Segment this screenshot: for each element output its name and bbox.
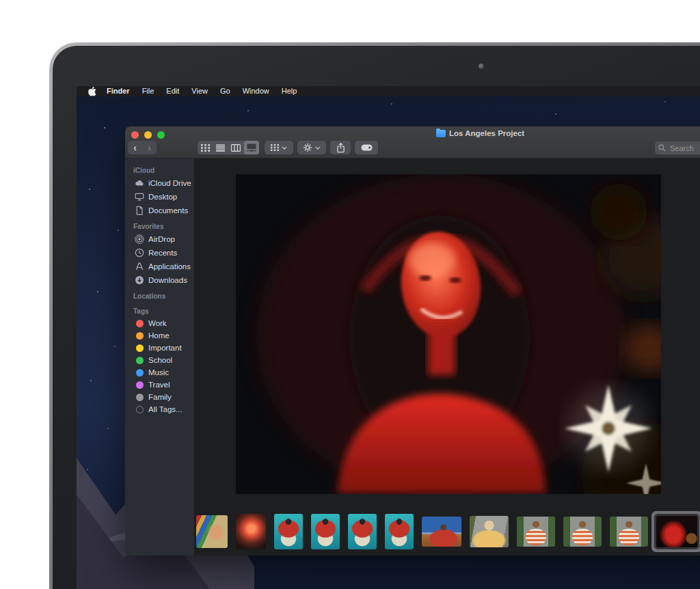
thumbnail-pool-swimmer-photo-1[interactable] — [274, 514, 303, 549]
sidebar-item-label: Desktop — [148, 193, 177, 201]
thumbnail-striped-shirt-portrait-2[interactable] — [563, 517, 602, 547]
screen: FinderFileEditViewGoWindowHelp Los Angel… — [77, 86, 700, 589]
tags-button[interactable] — [355, 141, 378, 154]
apple-menu-icon[interactable] — [88, 87, 96, 96]
sidebar-item-school[interactable]: School — [125, 354, 194, 366]
menu-edit[interactable]: Edit — [160, 86, 185, 96]
sidebar-item-icloud-drive[interactable]: iCloud Drive — [125, 176, 194, 190]
thumbnail-striped-shirt-portrait-1[interactable] — [517, 517, 555, 547]
share-button[interactable] — [330, 141, 351, 154]
search-field — [655, 141, 700, 154]
airdrop-icon — [135, 234, 144, 244]
laptop-bezel: FinderFileEditViewGoWindowHelp Los Angel… — [53, 46, 700, 589]
sidebar-item-desktop[interactable]: Desktop — [125, 190, 194, 204]
sidebar-item-recents[interactable]: Recents — [125, 246, 194, 260]
sidebar-item-label: Recents — [148, 249, 177, 257]
sidebar-item-documents[interactable]: Documents — [125, 204, 194, 217]
downloads-icon — [135, 275, 144, 285]
sidebar-item-label: Music — [148, 368, 169, 376]
search-input[interactable] — [669, 143, 700, 153]
tag-dot — [136, 332, 144, 340]
thumbnail-pool-swimmer-photo-3[interactable] — [348, 514, 377, 549]
tag-dot — [136, 344, 144, 352]
gear-icon — [303, 143, 312, 152]
view-mode-switcher — [198, 141, 259, 154]
chevron-down-icon — [282, 146, 287, 150]
sidebar-item-label: School — [148, 356, 172, 364]
sidebar-item-label: Work — [148, 319, 167, 327]
share-icon — [336, 143, 345, 153]
close-button[interactable] — [131, 131, 139, 139]
search-icon — [658, 144, 666, 152]
menu-items: FinderFileEditViewGoWindowHelp — [100, 86, 303, 96]
columns-icon — [231, 144, 241, 152]
grid-icon — [201, 144, 210, 152]
recents-icon — [135, 248, 144, 258]
sidebar-item-label: Applications — [148, 262, 191, 271]
sidebar-item-label: Home — [148, 331, 170, 340]
blue-folder-icon — [436, 130, 446, 137]
sidebar: iCloudiCloud DriveDesktopDocumentsFavori… — [125, 159, 195, 556]
thumbnail-desert-portrait[interactable] — [422, 517, 461, 547]
sidebar-item-label: Documents — [148, 206, 188, 215]
window-title-text: Los Angeles Project — [449, 129, 524, 137]
tag-dot — [136, 381, 144, 389]
sidebar-item-downloads[interactable]: Downloads — [125, 273, 194, 287]
photo-preview[interactable] — [236, 174, 661, 494]
menu-window[interactable]: Window — [237, 86, 275, 96]
menu-finder[interactable]: Finder — [100, 86, 136, 96]
thumbnail-man-portrait[interactable] — [470, 516, 509, 547]
traffic-lights — [131, 131, 165, 139]
thumbnail-red-light-portrait[interactable] — [656, 516, 697, 547]
sidebar-section-favorites: Favorites — [125, 217, 194, 232]
thumbnail-striped-shirt-portrait-3[interactable] — [610, 517, 648, 547]
sidebar-item-work[interactable]: Work — [125, 317, 194, 329]
column-view-button[interactable] — [228, 141, 244, 154]
gallery-content — [195, 159, 700, 556]
gallery-view-button[interactable] — [244, 141, 260, 154]
sidebar-section-icloud: iCloud — [125, 161, 194, 176]
title-bar[interactable]: Los Angeles Project ‹ › — [125, 126, 700, 159]
finder-window: Los Angeles Project ‹ › — [125, 126, 700, 556]
nav-buttons: ‹ › — [128, 141, 157, 154]
sidebar-item-label: All Tags... — [148, 405, 183, 413]
back-button[interactable]: ‹ — [128, 141, 142, 154]
window-title: Los Angeles Project — [436, 129, 524, 137]
thumbnail-pool-swimmer-photo-4[interactable] — [385, 514, 414, 549]
gallery-icon — [247, 143, 256, 152]
action-menu-button[interactable] — [297, 141, 326, 154]
menu-file[interactable]: File — [136, 86, 161, 96]
sidebar-item-label: Travel — [148, 381, 170, 389]
sidebar-item-label: AirDrop — [148, 235, 175, 243]
sidebar-item-important[interactable]: Important — [125, 342, 194, 354]
desktop-icon — [135, 192, 144, 202]
minimize-button[interactable] — [144, 131, 152, 139]
laptop-body: FinderFileEditViewGoWindowHelp Los Angel… — [49, 42, 700, 589]
menu-view[interactable]: View — [185, 86, 214, 96]
sidebar-item-label: iCloud Drive — [148, 179, 191, 187]
tag-dot — [136, 320, 144, 327]
sidebar-item-music[interactable]: Music — [125, 366, 194, 379]
list-view-button[interactable] — [213, 141, 229, 154]
group-by-button[interactable] — [265, 141, 293, 154]
applications-icon — [135, 262, 144, 271]
sidebar-item-airdrop[interactable]: AirDrop — [125, 232, 194, 246]
sidebar-item-applications[interactable]: Applications — [125, 260, 194, 273]
thumbnail-colorful-art-photo[interactable] — [196, 515, 228, 548]
chevron-down-icon — [315, 146, 321, 150]
menu-help[interactable]: Help — [275, 86, 304, 96]
document-icon — [135, 206, 144, 215]
sidebar-item-home[interactable]: Home — [125, 329, 194, 342]
sidebar-item-label: Important — [148, 344, 182, 352]
forward-button[interactable]: › — [142, 141, 157, 154]
cloud-icon — [135, 178, 144, 188]
thumbnail-pool-swimmer-photo-2[interactable] — [311, 514, 340, 549]
sidebar-item-travel[interactable]: Travel — [125, 379, 194, 391]
icon-view-button[interactable] — [198, 141, 213, 154]
tag-ring — [136, 406, 144, 413]
zoom-button[interactable] — [157, 131, 165, 139]
menu-go[interactable]: Go — [214, 86, 237, 96]
sidebar-item-all-tags[interactable]: All Tags... — [125, 403, 194, 415]
thumbnail-red-flare-portrait[interactable] — [236, 514, 266, 549]
sidebar-item-family[interactable]: Family — [125, 391, 194, 403]
